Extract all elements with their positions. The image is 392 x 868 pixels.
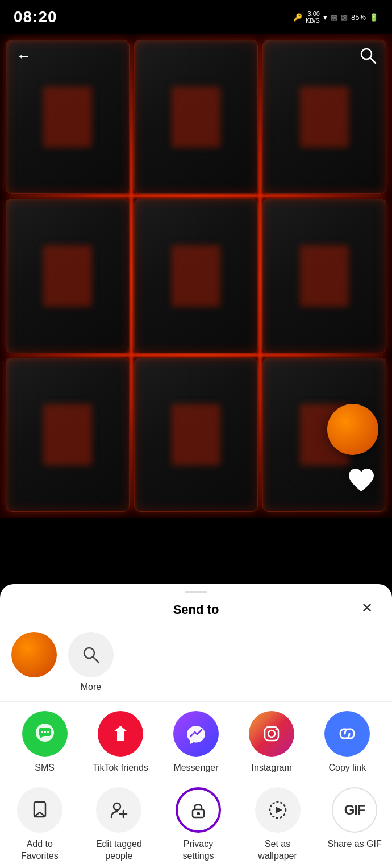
signal-icon2: ▩ bbox=[341, 13, 348, 22]
more-search-icon bbox=[81, 644, 101, 665]
action-favorites[interactable]: Add to Favorites bbox=[6, 787, 73, 862]
contact-avatar-orange bbox=[11, 632, 57, 677]
app-instagram[interactable]: Instagram bbox=[240, 711, 303, 774]
tagged-icon-circle bbox=[96, 787, 141, 833]
favorites-icon-circle bbox=[17, 787, 62, 833]
sms-icon bbox=[22, 711, 68, 757]
favorites-label: Add to Favorites bbox=[9, 838, 71, 862]
status-time: 08:20 bbox=[14, 8, 57, 26]
key-6 bbox=[262, 199, 386, 353]
battery-icon: 🔋 bbox=[369, 13, 378, 22]
contact-item-avatar[interactable] bbox=[11, 632, 57, 677]
lock-icon bbox=[188, 800, 208, 820]
sms-label: SMS bbox=[35, 762, 55, 774]
back-button[interactable]: ← bbox=[11, 43, 36, 68]
app-tiktok[interactable]: TikTok friends bbox=[89, 711, 152, 774]
gif-icon-circle: GIF bbox=[332, 787, 377, 833]
messenger-icon bbox=[173, 711, 219, 757]
search-button[interactable] bbox=[356, 43, 381, 68]
privacy-icon-circle bbox=[176, 787, 221, 833]
action-tagged[interactable]: Edit tagged people bbox=[85, 787, 152, 862]
copylink-icon bbox=[324, 711, 370, 757]
nav-overlay: ← bbox=[0, 34, 392, 77]
instagram-logo-icon bbox=[259, 721, 284, 746]
app-sms[interactable]: SMS bbox=[14, 711, 76, 774]
wallpaper-icon-circle bbox=[255, 787, 301, 833]
bottom-sheet: Send to ✕ More bbox=[0, 584, 392, 868]
messenger-label: Messenger bbox=[173, 762, 218, 774]
apps-row: SMS TikTok friends Messenger bbox=[0, 711, 392, 783]
contact-item-more[interactable]: More bbox=[68, 632, 114, 692]
privacy-label: Privacy settings bbox=[167, 838, 230, 862]
gif-label: Share as GIF bbox=[328, 838, 382, 850]
key-4 bbox=[6, 199, 130, 353]
svg-line-1 bbox=[370, 58, 376, 63]
signal-icon1: ▩ bbox=[331, 13, 337, 22]
actions-row: Add to Favorites Edit tagged people bbox=[0, 783, 392, 862]
wifi-icon: ▾ bbox=[323, 13, 327, 22]
svg-point-10 bbox=[268, 730, 275, 737]
tag-person-icon bbox=[108, 799, 130, 821]
divider-1 bbox=[0, 701, 392, 702]
close-button[interactable]: ✕ bbox=[356, 597, 378, 619]
key-5 bbox=[134, 199, 258, 353]
sheet-title: Send to bbox=[173, 602, 219, 617]
link-icon bbox=[335, 721, 360, 746]
svg-rect-17 bbox=[197, 812, 200, 815]
tiktok-icon bbox=[98, 711, 143, 757]
sms-bubble-icon bbox=[32, 721, 57, 746]
key-8 bbox=[134, 358, 258, 512]
action-wallpaper[interactable]: Set as wallpaper bbox=[244, 787, 311, 862]
svg-marker-19 bbox=[276, 807, 282, 813]
bookmark-icon bbox=[29, 799, 51, 821]
sheet-header: Send to ✕ bbox=[0, 593, 392, 623]
instagram-icon bbox=[249, 711, 294, 757]
messenger-bubble-icon bbox=[184, 721, 208, 746]
svg-marker-8 bbox=[114, 726, 127, 741]
tiktok-label: TikTok friends bbox=[93, 762, 148, 774]
heart-icon bbox=[347, 466, 376, 494]
key-icon: 🔑 bbox=[293, 13, 302, 22]
contacts-row: More bbox=[0, 623, 392, 701]
action-gif[interactable]: GIF Share as GIF bbox=[323, 787, 386, 850]
action-privacy[interactable]: Privacy settings bbox=[165, 787, 232, 862]
status-bar: 08:20 🔑 3.00KB/S ▾ ▩ ▩ 85% 🔋 bbox=[0, 0, 392, 34]
hero-image: ← bbox=[0, 34, 392, 518]
play-circle-icon bbox=[267, 799, 289, 821]
svg-point-13 bbox=[114, 803, 120, 810]
tiktok-logo-icon bbox=[108, 721, 133, 746]
status-icons: 🔑 3.00KB/S ▾ ▩ ▩ 85% 🔋 bbox=[293, 10, 378, 24]
gif-text: GIF bbox=[344, 802, 365, 818]
hero-profile-avatar bbox=[327, 404, 378, 455]
copylink-label: Copy link bbox=[328, 762, 366, 774]
tagged-label: Edit tagged people bbox=[87, 838, 150, 862]
svg-point-7 bbox=[47, 731, 49, 733]
svg-point-11 bbox=[276, 728, 277, 730]
app-copylink[interactable]: Copy link bbox=[316, 711, 378, 774]
more-label: More bbox=[81, 682, 101, 692]
speed-indicator: 3.00KB/S bbox=[306, 10, 320, 24]
svg-point-5 bbox=[41, 731, 43, 733]
more-search-circle bbox=[68, 632, 114, 677]
svg-point-6 bbox=[44, 731, 46, 733]
instagram-label: Instagram bbox=[252, 762, 292, 774]
app-messenger[interactable]: Messenger bbox=[165, 711, 227, 774]
svg-line-3 bbox=[93, 657, 99, 663]
search-icon bbox=[359, 47, 377, 65]
key-7 bbox=[6, 358, 130, 512]
battery-text: 85% bbox=[351, 13, 366, 22]
hero-heart-icon[interactable] bbox=[344, 463, 378, 497]
wallpaper-label: Set as wallpaper bbox=[247, 838, 309, 862]
